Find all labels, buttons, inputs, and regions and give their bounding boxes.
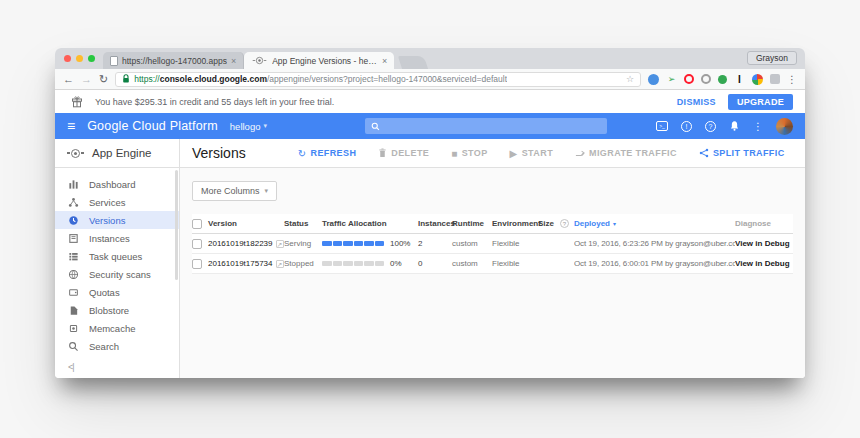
extension-icon-1[interactable] — [648, 74, 659, 85]
sidebar-item-instances[interactable]: Instances — [55, 229, 179, 247]
app-engine-icon — [67, 149, 84, 158]
bookmark-star-icon[interactable]: ☆ — [626, 74, 634, 84]
search-icon — [68, 341, 79, 352]
memcache-icon — [68, 323, 79, 334]
more-columns-button[interactable]: More Columns ▾ — [192, 181, 277, 201]
trial-message: You have $295.31 in credit and 55 days l… — [95, 97, 334, 107]
nav-menu-icon[interactable]: ≡ — [67, 118, 75, 134]
extension-icon-7[interactable] — [752, 74, 763, 85]
size-help-icon[interactable]: ? — [560, 219, 569, 228]
dismiss-button[interactable]: DISMISS — [677, 97, 716, 107]
browser-tab-hellogo-app[interactable]: https://hellogo-147000.apps × — [103, 52, 244, 69]
cloud-shell-icon[interactable]: >_ — [656, 121, 668, 131]
view-in-debug-link[interactable]: View in Debug — [735, 259, 793, 268]
window-controls — [55, 48, 103, 69]
sidebar-item-versions[interactable]: Versions — [55, 211, 179, 229]
sidebar-nav: Dashboard Services Versions — [55, 168, 180, 378]
main-content: More Columns ▾ Version Status Traffic Al… — [180, 168, 805, 378]
versions-icon — [68, 215, 79, 226]
table-row-version-2[interactable]: 20161019t175734 ↗ Stopped 0% 0 custom Fl… — [192, 254, 793, 274]
select-all-checkbox[interactable] — [192, 219, 202, 229]
migrate-traffic-button[interactable]: MIGRATE TRAFFIC — [575, 148, 677, 158]
sidebar-item-memcache[interactable]: Memcache — [55, 319, 179, 337]
extension-icon-3[interactable] — [684, 74, 694, 84]
split-traffic-button[interactable]: SPLIT TRAFFIC — [699, 148, 785, 158]
close-tab-icon[interactable]: × — [382, 56, 387, 66]
deployed-cell: Oct 19, 2016, 6:23:26 PM by grayson@uber… — [574, 239, 735, 248]
close-window-button[interactable] — [64, 55, 71, 62]
forward-icon[interactable]: → — [81, 74, 92, 85]
gift-icon — [71, 96, 83, 108]
delete-button[interactable]: DELETE — [378, 148, 429, 158]
sidebar-item-security-scans[interactable]: Security scans — [55, 265, 179, 283]
sidebar-item-services[interactable]: Services — [55, 193, 179, 211]
row-checkbox[interactable] — [192, 239, 202, 249]
open-in-new-icon[interactable]: ↗ — [276, 240, 284, 248]
browser-tab-app-engine-versions[interactable]: App Engine Versions - hellogo × — [244, 52, 394, 69]
environment-cell: Flexible — [492, 259, 538, 268]
sidebar-item-search[interactable]: Search — [55, 337, 179, 355]
global-search-input[interactable] — [365, 118, 607, 134]
deployed-cell: Oct 19, 2016, 6:00:01 PM by grayson@uber… — [574, 259, 735, 268]
stop-button[interactable]: ■ STOP — [451, 148, 487, 159]
gcp-brand[interactable]: Google Cloud Platform — [87, 119, 218, 133]
collapse-sidebar-icon[interactable]: <| — [68, 362, 74, 372]
dashboard-icon — [68, 179, 79, 190]
extension-icon-5[interactable] — [718, 75, 727, 84]
table-row-version-1[interactable]: 20161019t182239 ↗ Serving 100% 2 custom … — [192, 234, 793, 254]
browser-profile-button[interactable]: Grayson — [747, 51, 797, 65]
quotas-icon — [68, 287, 79, 298]
col-deployed-sorted[interactable]: Deployed ▾ — [574, 219, 735, 228]
close-tab-icon[interactable]: × — [231, 56, 236, 66]
sidebar-item-quotas[interactable]: Quotas — [55, 283, 179, 301]
col-environment[interactable]: Environment — [492, 219, 538, 228]
table-header-row: Version Status Traffic Allocation Instan… — [192, 214, 793, 234]
col-instances[interactable]: Instances — [418, 219, 452, 228]
stop-icon: ■ — [451, 148, 457, 159]
version-link[interactable]: 20161019t175734 — [208, 259, 273, 268]
version-link[interactable]: 20161019t182239 — [208, 239, 273, 248]
runtime-cell: custom — [452, 259, 492, 268]
col-status[interactable]: Status — [284, 219, 322, 228]
security-scans-icon — [68, 269, 79, 280]
refresh-button[interactable]: ↻ REFRESH — [298, 148, 357, 159]
minimize-window-button[interactable] — [76, 55, 83, 62]
page-icon — [110, 56, 118, 66]
tab-strip: https://hellogo-147000.apps × App Engine… — [55, 48, 805, 69]
sidebar-item-dashboard[interactable]: Dashboard — [55, 175, 179, 193]
help-icon[interactable]: ? — [705, 121, 716, 132]
traffic-percent: 100% — [390, 239, 410, 248]
new-tab-button[interactable] — [398, 56, 428, 69]
product-switcher[interactable]: App Engine — [55, 139, 180, 167]
col-version[interactable]: Version — [208, 219, 284, 228]
feedback-icon[interactable]: ! — [681, 121, 692, 132]
refresh-icon: ↻ — [298, 148, 307, 159]
traffic-percent: 0% — [390, 259, 402, 268]
url-omnibox[interactable]: https://console.cloud.google.com/appengi… — [115, 72, 641, 87]
browser-menu-icon[interactable]: ⋮ — [787, 74, 797, 85]
sidebar-scrollbar[interactable] — [175, 170, 178, 280]
project-selector[interactable]: hellogo ▾ — [230, 121, 267, 132]
user-avatar[interactable] — [776, 118, 793, 135]
extension-icon-8[interactable] — [770, 74, 780, 84]
sidebar-item-blobstore[interactable]: Blobstore — [55, 301, 179, 319]
zoom-window-button[interactable] — [88, 55, 95, 62]
traffic-bar — [322, 261, 384, 266]
back-icon[interactable]: ← — [63, 74, 74, 85]
col-runtime[interactable]: Runtime — [452, 219, 492, 228]
col-traffic[interactable]: Traffic Allocation — [322, 219, 418, 228]
reload-icon[interactable]: ↻ — [99, 74, 108, 85]
free-trial-banner: You have $295.31 in credit and 55 days l… — [55, 90, 805, 113]
extension-icon-2[interactable]: ➢ — [666, 74, 677, 85]
upgrade-button[interactable]: UPGRADE — [728, 94, 793, 110]
extension-icon-6[interactable]: I — [734, 74, 745, 85]
start-button[interactable]: ▶ START — [510, 148, 553, 159]
row-checkbox[interactable] — [192, 259, 202, 269]
open-in-new-icon[interactable]: ↗ — [276, 260, 284, 268]
notifications-bell-icon[interactable] — [729, 120, 740, 132]
view-in-debug-link[interactable]: View in Debug — [735, 239, 793, 248]
sidebar-item-task-queues[interactable]: Task queues — [55, 247, 179, 265]
col-size[interactable]: Size — [538, 219, 560, 228]
extension-icon-4[interactable] — [701, 74, 711, 84]
more-options-icon[interactable]: ⋮ — [753, 121, 763, 132]
